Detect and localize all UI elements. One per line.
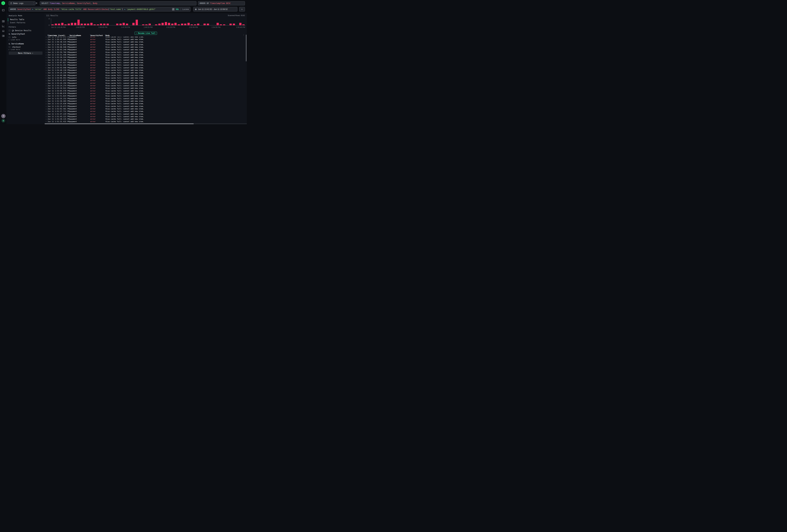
sessions-laptop-icon[interactable]	[2, 29, 5, 33]
table-row[interactable]: ›Jun 11 1:56:03.248 PMpaymenterrorVisa c…	[45, 48, 246, 51]
table-row[interactable]: ›Jun 11 1:55:51.448 PMpaymenterrorVisa c…	[45, 54, 246, 56]
more-filters-button[interactable]: More filters ∨	[9, 51, 42, 55]
table-options-kebab-icon[interactable]: ⋮	[243, 34, 244, 36]
horizontal-scrollbar-thumb[interactable]	[45, 123, 194, 124]
table-row[interactable]: ›Jun 11 1:54:40.218 PMpaymenterrorVisa c…	[45, 69, 246, 71]
row-expand-chevron-icon[interactable]: ›	[45, 105, 47, 107]
row-expand-chevron-icon[interactable]: ›	[45, 87, 47, 89]
table-row[interactable]: ›Jun 11 1:56:42.995 PMpaymenterrorVisa c…	[45, 38, 246, 41]
table-row[interactable]: ›Jun 11 1:55:07.827 PMpaymenterrorVisa c…	[45, 61, 246, 64]
filter-group-severitytext[interactable]: SeverityText	[11, 33, 25, 35]
chart-explorer-icon[interactable]	[2, 24, 5, 28]
row-expand-chevron-icon[interactable]: ›	[45, 92, 47, 94]
filter-group-servicename[interactable]: ServiceName	[11, 43, 24, 45]
row-expand-chevron-icon[interactable]: ›	[45, 85, 47, 87]
table-row[interactable]: ›Jun 11 1:53:10.922 PMpaymenterrorVisa c…	[45, 87, 246, 89]
row-expand-chevron-icon[interactable]: ›	[45, 72, 47, 74]
column-drag-handle-icon[interactable]: ⋮	[68, 34, 69, 36]
row-expand-chevron-icon[interactable]: ›	[45, 95, 47, 97]
row-expand-chevron-icon[interactable]: ›	[45, 113, 47, 115]
col-servicename[interactable]: ServiceName	[69, 35, 90, 37]
table-row[interactable]: ›Jun 11 1:53:24.274 PMpaymenterrorVisa c…	[45, 84, 246, 87]
where-query-input[interactable]: WHERE SeverityText = 'error' AND Body IL…	[9, 7, 190, 12]
lucene-mode-toggle[interactable]: Lucene	[182, 8, 189, 10]
col-severitytext[interactable]: SeverityText	[90, 35, 105, 37]
table-row[interactable]: ›Jun 11 1:51:43.121 PMpaymenterrorVisa c…	[45, 115, 246, 118]
sidebar-item-event-patterns[interactable]: Event Patterns	[10, 22, 25, 24]
row-expand-chevron-icon[interactable]: ›	[45, 82, 47, 84]
row-expand-chevron-icon[interactable]: ›	[45, 108, 47, 110]
logs-search-icon[interactable]	[2, 20, 5, 23]
table-row[interactable]: ›Jun 11 1:53:05.578 PMpaymenterrorVisa c…	[45, 89, 246, 92]
table-row[interactable]: ›Jun 11 1:55:59.760 PMpaymenterrorVisa c…	[45, 51, 246, 54]
row-expand-chevron-icon[interactable]: ›	[45, 54, 47, 56]
sidebar-item-results-table[interactable]: Results Table	[10, 18, 24, 21]
sql-mode-toggle[interactable]: SQL	[176, 8, 179, 10]
column-drag-handle-icon[interactable]: ⋮	[89, 34, 90, 36]
histogram[interactable]: 8 0 Jun 11 1:41:45 PM1:44:00 PM1:45:45 P…	[51, 19, 245, 25]
run-query-button[interactable]: ▷	[239, 7, 245, 12]
table-row[interactable]: ›Jun 11 1:56:51.975 PMpaymenterrorVisa c…	[45, 37, 246, 38]
row-expand-chevron-icon[interactable]: ›	[45, 90, 47, 92]
filter-option-info-label[interactable]: info	[12, 36, 16, 38]
table-row[interactable]: ›Jun 11 1:54:43.948 PMpaymenterrorVisa c…	[45, 66, 246, 69]
row-expand-chevron-icon[interactable]: ›	[45, 44, 47, 46]
row-expand-chevron-icon[interactable]: ›	[45, 69, 47, 71]
table-row[interactable]: ›Jun 11 1:56:32.843 PMpaymenterrorVisa c…	[45, 43, 246, 46]
row-expand-chevron-icon[interactable]: ›	[45, 115, 47, 118]
denoise-checkbox[interactable]	[9, 29, 10, 31]
table-row[interactable]: ›Jun 11 1:55:39.324 PMpaymenterrorVisa c…	[45, 56, 246, 59]
row-expand-chevron-icon[interactable]: ›	[45, 46, 47, 48]
row-expand-chevron-icon[interactable]: ›	[45, 77, 47, 79]
row-expand-chevron-icon[interactable]: ›	[45, 75, 47, 77]
filter-option-checkout-label[interactable]: checkout	[12, 46, 21, 48]
filter-option-info-checkbox[interactable]	[9, 36, 10, 38]
load-more-severitytext[interactable]: Load more	[11, 39, 20, 41]
column-drag-handle-icon[interactable]: ⋮	[104, 34, 105, 36]
panel-left-icon[interactable]	[2, 8, 5, 12]
row-expand-chevron-icon[interactable]: ›	[45, 62, 47, 64]
orderby-input[interactable]: ORDER BY TimestampTime DESC	[198, 1, 245, 5]
row-expand-chevron-icon[interactable]: ›	[45, 37, 47, 38]
table-row[interactable]: ›Jun 11 1:56:08.948 PMpaymenterrorVisa c…	[45, 46, 246, 48]
dashboards-icon[interactable]	[2, 34, 5, 38]
table-row[interactable]: ›Jun 11 1:54:26.230 PMpaymenterrorVisa c…	[45, 71, 246, 74]
filter-option-checkout-checkbox[interactable]	[9, 46, 10, 48]
table-row[interactable]: ›Jun 11 1:53:00.676 PMpaymenterrorVisa c…	[45, 92, 246, 94]
table-row[interactable]: ›Jun 11 1:52:35.232 PMpaymenterrorVisa c…	[45, 97, 246, 100]
row-expand-chevron-icon[interactable]: ›	[45, 59, 47, 61]
row-expand-chevron-icon[interactable]: ›	[45, 49, 47, 51]
row-expand-chevron-icon[interactable]: ›	[45, 80, 47, 82]
row-expand-chevron-icon[interactable]: ›	[45, 98, 47, 100]
row-expand-chevron-icon[interactable]: ›	[45, 118, 47, 120]
table-row[interactable]: ›Jun 11 1:52:30.469 PMpaymenterrorVisa c…	[45, 100, 246, 102]
row-expand-chevron-icon[interactable]: ›	[45, 64, 47, 66]
row-expand-chevron-icon[interactable]: ›	[45, 103, 47, 105]
table-row[interactable]: ›Jun 11 1:52:51.824 PMpaymenterrorVisa c…	[45, 95, 246, 97]
row-expand-chevron-icon[interactable]: ›	[45, 56, 47, 58]
table-row[interactable]: ›Jun 11 1:56:38.534 PMpaymenterrorVisa c…	[45, 41, 246, 43]
table-row[interactable]: ›Jun 11 1:51:39.115 PMpaymenterrorVisa c…	[45, 118, 246, 121]
help-button[interactable]: ?	[1, 114, 5, 118]
row-expand-chevron-icon[interactable]: ›	[45, 121, 47, 123]
user-avatar[interactable]: U	[1, 119, 5, 123]
row-expand-chevron-icon[interactable]: ›	[45, 51, 47, 54]
table-row[interactable]: ›Jun 11 1:51:47.229 PMpaymenterrorVisa c…	[45, 113, 246, 115]
table-row[interactable]: ›Jun 11 1:52:25.630 PMpaymenterrorVisa c…	[45, 103, 246, 105]
table-row[interactable]: ›Jun 11 1:51:57.712 PMpaymenterrorVisa c…	[45, 110, 246, 113]
load-more-servicename[interactable]: Load more	[11, 48, 20, 50]
time-range-picker[interactable]: Jun 11 13:41:52 - Jun 11 13:56:52	[193, 7, 237, 12]
table-row[interactable]: ›Jun 11 1:53:41.873 PMpaymenterrorVisa c…	[45, 79, 246, 82]
table-row[interactable]: ›Jun 11 1:52:02.581 PMpaymenterrorVisa c…	[45, 107, 246, 110]
app-logo-icon[interactable]: ⚡	[1, 1, 5, 5]
row-expand-chevron-icon[interactable]: ›	[45, 38, 47, 40]
vertical-scrollbar-thumb[interactable]	[246, 35, 247, 61]
row-expand-chevron-icon[interactable]: ›	[45, 41, 47, 43]
select-query-input[interactable]: SELECT Timestamp, ServiceName, SeverityT…	[40, 1, 196, 5]
table-row[interactable]: ›Jun 11 1:54:52.241 PMpaymenterrorVisa c…	[45, 64, 246, 66]
row-expand-chevron-icon[interactable]: ›	[45, 110, 47, 112]
col-timestamp[interactable]: Timestamp (Local)	[47, 35, 69, 37]
table-row[interactable]: ›Jun 11 1:54:06.953 PMpaymenterrorVisa c…	[45, 77, 246, 79]
source-selector[interactable]: Demo Logs ⌃⌃	[9, 1, 36, 5]
table-row[interactable]: ›Jun 11 1:53:26.250 PMpaymenterrorVisa c…	[45, 82, 246, 84]
